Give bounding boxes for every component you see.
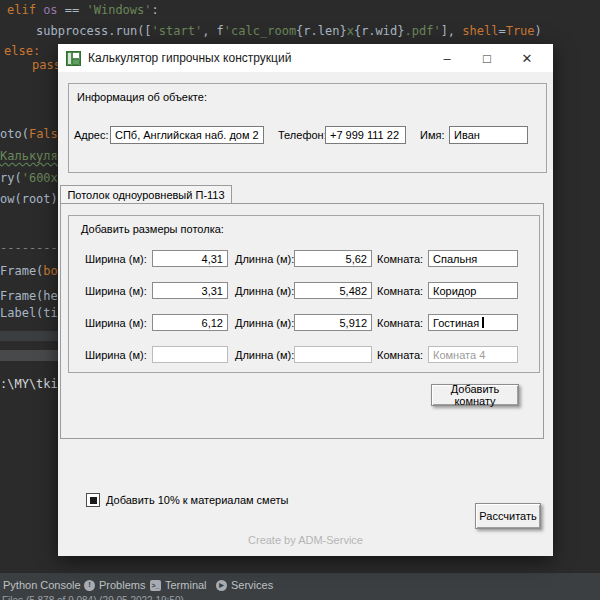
materials-checkbox-row[interactable]: Добавить 10% к материалам сметы xyxy=(86,493,288,507)
width-label: Ширина (м): xyxy=(85,314,147,332)
statusbar-services[interactable]: ▶Services xyxy=(216,579,273,591)
calculate-button[interactable]: Рассчитать xyxy=(475,503,541,529)
window-controls: – □ ✕ xyxy=(427,44,547,72)
services-icon: ▶ xyxy=(216,580,227,591)
tool-panel-strip xyxy=(0,331,58,341)
code-fragment-frame1: Frame(bor xyxy=(0,264,65,278)
room-label: Комната: xyxy=(377,346,423,364)
room-input-1[interactable] xyxy=(428,250,518,267)
length-label: Длинна (м): xyxy=(235,282,294,300)
checkbox-checked-mark xyxy=(90,497,97,504)
code-line-2: subprocess.run(['start', f'calc_room{r.l… xyxy=(36,24,542,38)
object-info-legend: Информация об объекте: xyxy=(77,91,207,103)
width-input-1[interactable] xyxy=(152,250,228,267)
footer-credit: Create by ADM-Service xyxy=(58,534,553,546)
length-input-3[interactable] xyxy=(294,314,372,331)
size-row-4: Ширина (м): Длинна (м): Комната: xyxy=(58,346,553,364)
room-input-4[interactable] xyxy=(428,346,518,363)
address-label: Адрес: xyxy=(74,126,109,144)
name-label: Имя: xyxy=(420,126,444,144)
room-input-2[interactable] xyxy=(428,282,518,299)
length-label: Длинна (м): xyxy=(235,250,294,268)
length-input-2[interactable] xyxy=(294,282,372,299)
statusbar-clipped-line: Files (5,878 of 9,084) (29.05.2022 19:50… xyxy=(2,595,184,600)
room-label: Комната: xyxy=(377,282,423,300)
width-input-3[interactable] xyxy=(152,314,228,331)
close-button[interactable]: ✕ xyxy=(507,44,547,72)
phone-input[interactable] xyxy=(325,126,406,144)
window-titlebar[interactable]: Калькулятор гипрочных конструкций – □ ✕ xyxy=(58,44,553,72)
maximize-button[interactable]: □ xyxy=(467,44,507,72)
materials-checkbox-label: Добавить 10% к материалам сметы xyxy=(106,494,288,506)
console-path-text: :\MY\tki xyxy=(0,377,58,391)
statusbar-problems[interactable]: !Problems xyxy=(84,579,145,591)
length-input-1[interactable] xyxy=(294,250,372,267)
statusbar-terminal[interactable]: >_Terminal xyxy=(150,579,207,591)
window-title: Калькулятор гипрочных конструкций xyxy=(88,51,291,65)
minimize-button[interactable]: – xyxy=(427,44,467,72)
size-row-2: Ширина (м): Длинна (м): Комната: xyxy=(58,282,553,300)
code-fragment-else: else: xyxy=(4,44,40,58)
room-label: Комната: xyxy=(377,250,423,268)
width-input-2[interactable] xyxy=(152,282,228,299)
materials-checkbox[interactable] xyxy=(86,493,100,507)
code-fragment-title-string: Калькуля xyxy=(0,149,58,163)
ceiling-sizes-legend: Добавить размеры потолка: xyxy=(81,223,224,235)
width-input-4[interactable] xyxy=(152,346,228,363)
length-label: Длинна (м): xyxy=(235,314,294,332)
tool-panel-strip xyxy=(0,350,58,361)
terminal-icon: >_ xyxy=(150,580,161,591)
code-fragment-pass: pass xyxy=(32,58,61,72)
size-row-3: Ширина (м): Длинна (м): Комната: xyxy=(58,314,553,332)
statusbar-python-console[interactable]: Python Console xyxy=(3,579,81,591)
add-room-button[interactable]: Добавить комнату xyxy=(431,384,519,406)
room-input-3[interactable] xyxy=(428,314,518,331)
desktop: elif os == 'Windows': subprocess.run(['s… xyxy=(0,0,600,600)
tab-ceiling-p113[interactable]: Потолок одноуровневый П-113 xyxy=(60,185,232,204)
address-input[interactable] xyxy=(110,126,264,144)
width-label: Ширина (м): xyxy=(85,250,147,268)
phone-label: Телефон: xyxy=(278,126,327,144)
ide-statusbar: Python Console !Problems >_Terminal ▶Ser… xyxy=(0,572,600,600)
problems-icon: ! xyxy=(84,580,95,591)
code-fragment-label: Label(ti xyxy=(0,306,58,320)
code-fragment-ow: ow(root) xyxy=(0,192,58,206)
text-caret xyxy=(482,317,484,328)
code-line-1: elif os == 'Windows': xyxy=(7,3,159,17)
width-label: Ширина (м): xyxy=(85,282,147,300)
size-row-1: Ширина (м): Длинна (м): Комната: xyxy=(58,250,553,268)
length-input-4[interactable] xyxy=(294,346,372,363)
app-icon xyxy=(66,51,81,66)
code-fragment-frame2: Frame(he xyxy=(0,289,58,303)
code-fragment-oto: oto(False xyxy=(0,127,65,141)
name-input[interactable] xyxy=(449,126,528,144)
length-label: Длинна (м): xyxy=(235,346,294,364)
room-label: Комната: xyxy=(377,314,423,332)
width-label: Ширина (м): xyxy=(85,346,147,364)
calculator-window: Калькулятор гипрочных конструкций – □ ✕ … xyxy=(58,44,553,556)
code-fragment-geometry: ry('600x5 xyxy=(0,171,65,185)
